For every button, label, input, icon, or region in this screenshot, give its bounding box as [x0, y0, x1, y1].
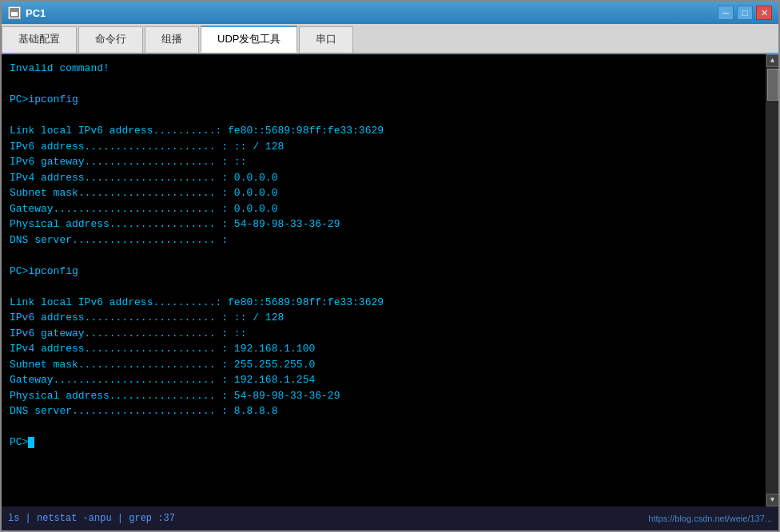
- svg-rect-1: [10, 9, 18, 12]
- restore-button[interactable]: □: [737, 6, 753, 20]
- title-bar: PC1 ─ □ ✕: [2, 2, 778, 24]
- scroll-down-arrow[interactable]: ▼: [766, 494, 779, 506]
- bottom-command-text: ls | netstat -anpu | grep :37: [8, 513, 175, 524]
- tab-multicast[interactable]: 组播: [145, 26, 199, 53]
- scroll-track: [766, 67, 778, 494]
- tab-udp-tool[interactable]: UDP发包工具: [201, 26, 297, 53]
- bottom-link: https://blog.csdn.net/weie/137...: [648, 514, 772, 523]
- terminal-output[interactable]: Invalid command! PC>ipconfig Link local …: [2, 54, 766, 506]
- window-icon: [8, 6, 21, 19]
- terminal-cursor: [28, 437, 34, 448]
- scroll-thumb[interactable]: [767, 69, 778, 101]
- tab-basic-config[interactable]: 基础配置: [2, 26, 77, 53]
- minimize-button[interactable]: ─: [718, 6, 734, 20]
- tab-serial[interactable]: 串口: [299, 26, 353, 53]
- tab-command-line[interactable]: 命令行: [78, 26, 143, 53]
- main-window: PC1 ─ □ ✕ 基础配置 命令行 组播 UDP发包工具 串口 Invalid…: [0, 0, 780, 532]
- bottom-bar: ls | netstat -anpu | grep :37 https://bl…: [2, 506, 778, 530]
- tab-bar: 基础配置 命令行 组播 UDP发包工具 串口: [2, 24, 778, 54]
- title-buttons: ─ □ ✕: [718, 6, 772, 20]
- close-button[interactable]: ✕: [756, 6, 772, 20]
- content-area: Invalid command! PC>ipconfig Link local …: [2, 54, 778, 506]
- window-title: PC1: [26, 7, 46, 19]
- title-bar-left: PC1: [8, 6, 46, 19]
- scroll-up-arrow[interactable]: ▲: [766, 54, 779, 67]
- scrollbar[interactable]: ▲ ▼: [766, 54, 778, 506]
